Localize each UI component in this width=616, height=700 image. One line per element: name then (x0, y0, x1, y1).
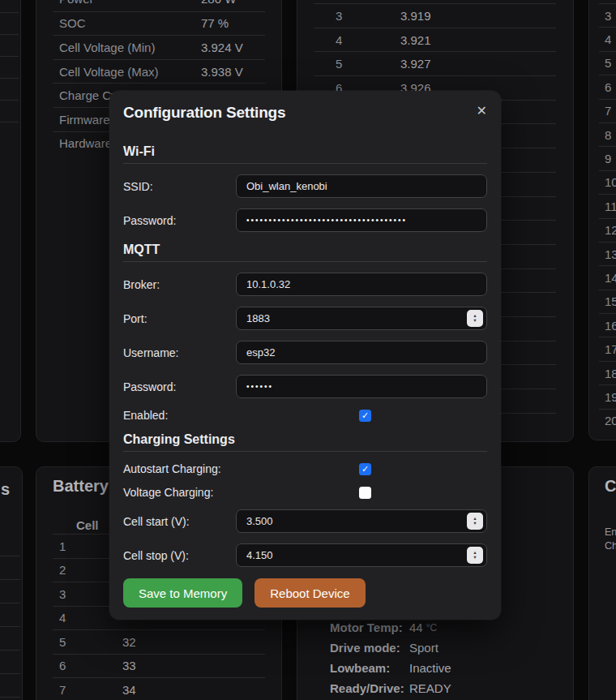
panel-heading-fragment: C (605, 477, 616, 496)
stat-label: Cell Voltage (Max) (53, 65, 201, 79)
number-stepper[interactable]: ▲ ▼ (467, 310, 483, 327)
cell-number: 6 (605, 80, 611, 94)
broker-input[interactable] (236, 273, 487, 296)
status-row: Ready/Drive: READY (330, 678, 557, 698)
table-row: 9 (599, 146, 616, 170)
cell-start-input[interactable] (236, 509, 487, 533)
table-row: 8 (599, 122, 616, 146)
table-row: 16 (599, 313, 616, 337)
stat-label: Power (53, 0, 201, 6)
status-value: READY (409, 681, 451, 695)
cell-number: 3 (336, 9, 400, 23)
number-stepper[interactable]: ▲ ▼ (467, 513, 483, 530)
panel-left-bottom-fragment: s (0, 466, 23, 700)
dashboard-page: Power 280 W SOC 77 % Cell Voltage (Min) … (0, 0, 616, 700)
status-value: Inactive (409, 661, 451, 675)
autostart-charging-checkbox[interactable]: ✓ (359, 463, 371, 475)
table-row: 12 (599, 218, 616, 242)
mqtt-password-row: Password: (123, 375, 487, 398)
reboot-device-button[interactable]: Reboot Device (255, 578, 365, 608)
cell-value: 33 (122, 659, 136, 672)
status-value: Sport (409, 641, 438, 655)
mqtt-enabled-checkbox[interactable]: ✓ (359, 410, 371, 422)
cell-voltage: 3.927 (400, 57, 431, 71)
broker-row: Broker: (123, 273, 487, 296)
voltage-charging-checkbox[interactable] (359, 487, 371, 499)
cell-number: 8 (605, 128, 611, 142)
cell-value: 32 (122, 635, 136, 649)
table-row: 6 33 (53, 654, 265, 678)
table-row: 7 (599, 99, 616, 122)
cell-stop-row: Cell stop (V): ▲ ▼ (123, 543, 487, 567)
save-to-memory-button[interactable]: Save to Memory (123, 578, 242, 608)
table-row: 10 (599, 170, 616, 194)
stat-value: 3.924 V (201, 41, 243, 54)
section-heading-wifi: Wi-Fi (123, 144, 487, 164)
cell-number: 3 (605, 9, 611, 23)
username-row: Username: (123, 341, 487, 364)
voltage-charging-label: Voltage Charging: (123, 486, 359, 499)
table-row: 5 32 (53, 629, 265, 654)
cell-start-row: Cell start (V): ▲ ▼ (123, 509, 487, 533)
status-label: Motor Temp: (330, 621, 409, 634)
cell-number: 13 (605, 247, 616, 261)
mqtt-enabled-row: Enabled: ✓ (123, 409, 487, 422)
status-label: Ready/Drive: (330, 681, 409, 695)
panel-left-top-fragment (0, 0, 21, 442)
battery-panel-title: Battery (53, 477, 109, 496)
status-row: Lowbeam: Inactive (330, 658, 557, 678)
stepper-down-icon[interactable]: ▼ (473, 319, 477, 324)
cell-number: 6 (53, 659, 122, 672)
cell-value: 34 (122, 683, 136, 697)
status-list: Motor Temp: 44 °C Drive mode: Sport Lowb… (330, 617, 557, 698)
panel-right-bottom-fragment: C En Ch (588, 466, 616, 700)
cell-stop-label: Cell stop (V): (123, 549, 236, 562)
table-row: 19 (599, 384, 616, 408)
cell-number: 7 (605, 104, 611, 118)
stepper-down-icon[interactable]: ▼ (473, 522, 477, 526)
cell-start-label: Cell start (V): (123, 515, 236, 528)
status-unit: °C (426, 622, 437, 633)
mqtt-password-input[interactable] (236, 375, 487, 398)
port-input[interactable] (236, 307, 487, 330)
cell-index-strip: 3 4 5 6 7 8 (599, 3, 616, 432)
cell-number: 16 (605, 319, 616, 333)
table-row: 17 (599, 337, 616, 360)
stat-value: 280 W (201, 0, 236, 6)
panel-right-top-fragment: 3 4 5 6 7 8 (588, 0, 616, 440)
table-row: 4 (599, 27, 616, 50)
cell-number: 4 (336, 33, 400, 47)
autostart-charging-label: Autostart Charging: (123, 462, 359, 475)
section-heading-mqtt: MQTT (123, 243, 487, 262)
ssid-row: SSID: (123, 174, 487, 198)
table-row: 6 (599, 75, 616, 98)
table-row: 18 (599, 361, 616, 384)
checkmark-icon: ✓ (361, 410, 369, 421)
table-row: 3 (599, 3, 616, 27)
status-value: 44 (409, 621, 423, 634)
column-header-cell: Cell (76, 518, 99, 532)
cell-stop-input[interactable] (236, 543, 487, 567)
table-row: 7 34 (53, 677, 265, 700)
table-row: 11 (599, 194, 616, 217)
status-label: Drive mode: (330, 641, 409, 655)
username-input[interactable] (236, 341, 487, 364)
number-stepper[interactable]: ▲ ▼ (467, 547, 483, 564)
label-fragment: En (605, 526, 616, 539)
table-row: 14 (599, 265, 616, 289)
cell-number: 19 (605, 390, 616, 404)
cell-number: 5 (605, 56, 611, 70)
stat-value: 77 % (201, 16, 229, 30)
wifi-password-input[interactable] (236, 208, 487, 232)
ssid-input[interactable] (236, 174, 487, 198)
table-row: Power 280 W (53, 0, 265, 11)
wifi-password-label: Password: (123, 214, 236, 227)
table-row: 5 3.927 (314, 51, 556, 75)
cell-number: 15 (605, 294, 616, 308)
configuration-settings-modal: Configuration Settings ✕ Wi-Fi SSID: Pas… (109, 91, 501, 620)
section-heading-charging: Charging Settings (123, 432, 487, 452)
cell-number: 12 (605, 223, 616, 237)
close-icon[interactable]: ✕ (477, 105, 487, 118)
table-row: Cell Voltage (Min) 3.924 V (53, 35, 265, 59)
stepper-down-icon[interactable]: ▼ (473, 556, 477, 560)
